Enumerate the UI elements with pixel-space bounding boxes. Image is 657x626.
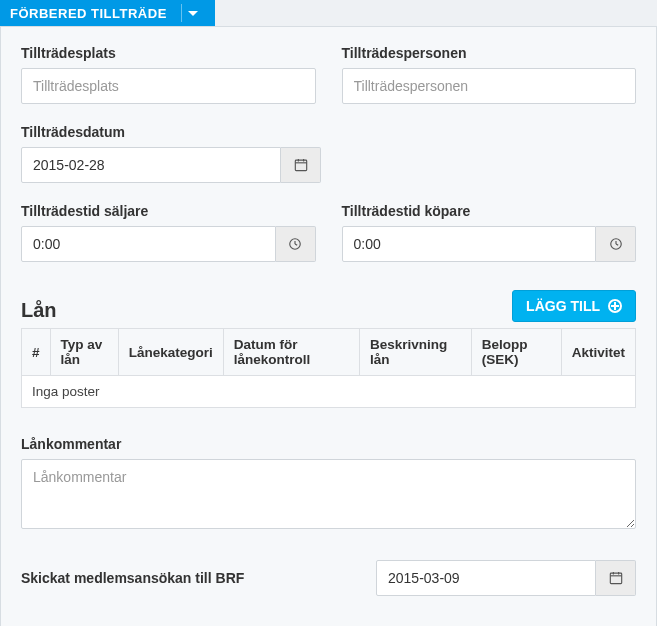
calendar-icon — [294, 158, 308, 172]
svg-line-6 — [295, 244, 297, 245]
add-lan-button[interactable]: LÄGG TILL — [512, 290, 636, 322]
calendar-icon — [609, 571, 623, 585]
lan-table: # Typ av lån Lånekategori Datum för låne… — [21, 328, 636, 408]
label-tilltradesdatum: Tillträdesdatum — [21, 124, 636, 140]
col-belopp: Belopp (SEK) — [471, 329, 561, 376]
field-lankommentar: Lånkommentar — [21, 436, 636, 532]
chevron-down-icon — [188, 11, 198, 16]
svg-rect-0 — [295, 160, 306, 171]
svg-rect-10 — [610, 573, 621, 584]
col-aktivitet: Aktivitet — [561, 329, 635, 376]
field-tid-kopare: Tillträdestid köpare — [342, 203, 637, 262]
section-title: FÖRBERED TILLTRÄDE — [10, 6, 167, 21]
timepicker-kopare-button[interactable] — [596, 226, 636, 262]
clock-icon — [609, 237, 623, 251]
field-tilltradesdatum: Tillträdesdatum — [21, 124, 636, 183]
col-kategori: Lånekategori — [118, 329, 223, 376]
panel-body: Tillträdesplats Tillträdespersonen Tillt… — [0, 26, 657, 626]
add-lan-label: LÄGG TILL — [526, 298, 600, 314]
field-brf: Skickat medlemsansökan till BRF — [21, 560, 636, 596]
input-tilltradesdatum[interactable] — [21, 147, 281, 183]
input-tilltradespersonen[interactable] — [342, 68, 637, 104]
label-tilltradespersonen: Tillträdespersonen — [342, 45, 637, 61]
label-tid-kopare: Tillträdestid köpare — [342, 203, 637, 219]
col-num: # — [22, 329, 51, 376]
label-tilltradesplats: Tillträdesplats — [21, 45, 316, 61]
textarea-lankommentar[interactable] — [21, 459, 636, 529]
lan-empty-row: Inga poster — [22, 376, 636, 408]
input-brf-date[interactable] — [376, 560, 596, 596]
label-brf: Skickat medlemsansökan till BRF — [21, 570, 352, 586]
input-tilltradesplats[interactable] — [21, 68, 316, 104]
form-grid: Tillträdesplats Tillträdespersonen Tillt… — [21, 45, 636, 262]
section-header[interactable]: FÖRBERED TILLTRÄDE — [0, 0, 215, 26]
svg-line-9 — [616, 244, 618, 245]
col-datum: Datum för lånekontroll — [223, 329, 359, 376]
input-tid-saljare[interactable] — [21, 226, 276, 262]
datepicker-button[interactable] — [281, 147, 321, 183]
col-typ: Typ av lån — [50, 329, 118, 376]
section-collapse-toggle[interactable] — [181, 4, 205, 22]
lan-table-header-row: # Typ av lån Lånekategori Datum för låne… — [22, 329, 636, 376]
clock-icon — [288, 237, 302, 251]
timepicker-saljare-button[interactable] — [276, 226, 316, 262]
label-tid-saljare: Tillträdestid säljare — [21, 203, 316, 219]
col-beskr: Beskrivning lån — [360, 329, 472, 376]
label-lankommentar: Lånkommentar — [21, 436, 636, 452]
lan-section: Lån LÄGG TILL # Typ av lån Lånekategori … — [21, 290, 636, 408]
field-tilltradespersonen: Tillträdespersonen — [342, 45, 637, 104]
field-tid-saljare: Tillträdestid säljare — [21, 203, 316, 262]
lan-title: Lån — [21, 299, 57, 322]
input-tid-kopare[interactable] — [342, 226, 597, 262]
field-tilltradesplats: Tillträdesplats — [21, 45, 316, 104]
plus-icon — [608, 299, 622, 313]
brf-datepicker-button[interactable] — [596, 560, 636, 596]
lan-empty-text: Inga poster — [22, 376, 636, 408]
